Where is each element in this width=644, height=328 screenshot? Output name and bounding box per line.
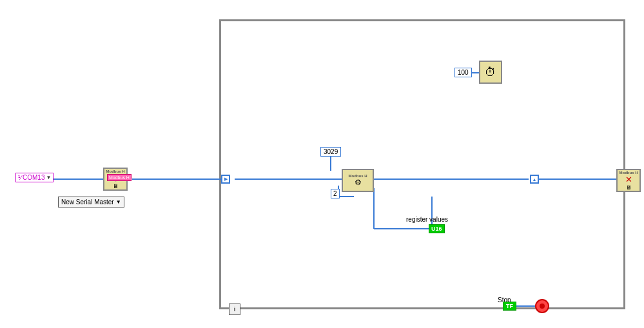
register-address-value: 3029	[324, 148, 338, 155]
register-count-box[interactable]: 2	[331, 189, 340, 198]
modbus-init-subicon: 🖥	[113, 183, 119, 189]
serial-master-arrow: ▼	[116, 199, 121, 205]
u16-label: U16	[431, 226, 442, 232]
tunnel-right-arrow: ▲	[532, 177, 537, 182]
timer-icon: ⏱	[485, 66, 496, 79]
stop-tf-control[interactable]: TF	[503, 302, 516, 311]
modbus-h-tag-left: Modbus H	[107, 174, 132, 181]
modbus-read-icon: ⚙	[355, 178, 362, 187]
com-dropdown-arrow: ▼	[46, 175, 51, 180]
serial-master-label: New Serial Master	[61, 198, 114, 206]
register-values-label: register values	[406, 216, 448, 223]
com-port-dropdown[interactable]: ⅟ COM13 ▼	[15, 173, 54, 182]
timer-value-box[interactable]: 100	[454, 68, 472, 77]
loop-iteration-indicator: i	[229, 304, 240, 315]
error-output-subicon: 🖥	[626, 184, 632, 191]
register-count-value: 2	[333, 190, 337, 197]
error-output-icon: ✕	[625, 175, 632, 184]
stop-button[interactable]	[535, 299, 549, 313]
loop-left-tunnel: ▶	[221, 175, 230, 184]
tunnel-left-arrow: ▶	[224, 177, 228, 182]
tf-label: TF	[506, 303, 513, 309]
timer-value: 100	[458, 69, 469, 76]
com-port-value: COM13	[23, 174, 44, 181]
u16-indicator[interactable]: U16	[429, 224, 445, 233]
error-output-block[interactable]: Modbus H ✕ 🖥	[616, 169, 641, 192]
while-loop-frame: i	[219, 19, 625, 309]
modbus-read-block[interactable]: Modbus H ⚙	[342, 169, 374, 192]
com-port-icon: ⅟	[18, 175, 21, 181]
serial-master-dropdown[interactable]: New Serial Master ▼	[58, 197, 124, 207]
timer-block[interactable]: ⏱	[479, 61, 502, 84]
loop-right-tunnel: ▲	[530, 175, 539, 184]
register-address-box[interactable]: 3029	[320, 147, 341, 157]
diagram-canvas: i ⅟ COM13 ▼ Mo	[6, 6, 638, 322]
